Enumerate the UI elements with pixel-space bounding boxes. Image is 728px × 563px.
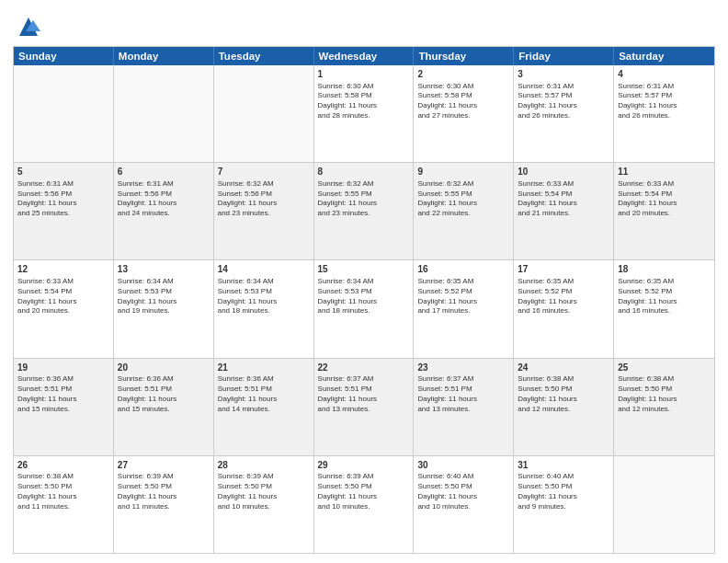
day-cell: 21Sunrise: 6:36 AMSunset: 5:51 PMDayligh… <box>214 359 314 455</box>
cell-info-line: and 13 minutes. <box>318 405 410 415</box>
cell-info-line: and 27 minutes. <box>417 111 509 121</box>
day-number: 13 <box>118 263 210 276</box>
day-cell: 12Sunrise: 6:33 AMSunset: 5:54 PMDayligh… <box>14 260 114 357</box>
page: SundayMondayTuesdayWednesdayThursdayFrid… <box>0 0 728 563</box>
cell-info-line: and 28 minutes. <box>318 111 410 121</box>
cell-info-line: Sunrise: 6:35 AM <box>518 277 609 287</box>
cell-info-line: Daylight: 11 hours <box>318 199 410 209</box>
day-number: 8 <box>318 166 410 178</box>
cell-info-line: Daylight: 11 hours <box>618 297 711 307</box>
cell-info-line: Sunset: 5:56 PM <box>17 190 109 200</box>
day-cell: 28Sunrise: 6:39 AMSunset: 5:50 PMDayligh… <box>214 456 314 553</box>
cell-info-line: Daylight: 11 hours <box>318 395 410 405</box>
cell-info-line: Daylight: 11 hours <box>518 297 609 307</box>
day-cell: 13Sunrise: 6:34 AMSunset: 5:53 PMDayligh… <box>114 260 214 357</box>
day-cell: 17Sunrise: 6:35 AMSunset: 5:52 PMDayligh… <box>514 260 614 357</box>
cell-info-line: Sunrise: 6:33 AM <box>518 179 609 190</box>
cell-info-line: Sunset: 5:52 PM <box>518 287 609 297</box>
cell-info-line: Sunset: 5:56 PM <box>218 190 310 200</box>
day-number: 17 <box>518 263 609 276</box>
cell-info-line: Sunrise: 6:32 AM <box>218 179 310 190</box>
cell-info-line: and 20 minutes. <box>17 306 109 316</box>
cell-info-line: and 11 minutes. <box>17 502 109 512</box>
weekday-header: Tuesday <box>214 47 314 65</box>
cell-info-line: Sunrise: 6:31 AM <box>17 179 109 190</box>
day-number: 10 <box>518 166 609 178</box>
cell-info-line: and 14 minutes. <box>218 405 310 415</box>
calendar-row: 19Sunrise: 6:36 AMSunset: 5:51 PMDayligh… <box>14 358 714 455</box>
day-number: 31 <box>518 459 609 472</box>
cell-info-line: Sunset: 5:51 PM <box>417 385 509 395</box>
calendar-row: 5Sunrise: 6:31 AMSunset: 5:56 PMDaylight… <box>14 162 714 259</box>
cell-info-line: and 15 minutes. <box>17 405 109 415</box>
cell-info-line: and 16 minutes. <box>618 306 711 316</box>
day-number: 23 <box>417 362 509 374</box>
weekday-header: Thursday <box>414 47 514 65</box>
calendar-row: 1Sunrise: 6:30 AMSunset: 5:58 PMDaylight… <box>14 65 714 162</box>
cell-info-line: Sunset: 5:53 PM <box>118 287 210 297</box>
day-number: 3 <box>518 68 609 81</box>
day-number: 18 <box>618 263 711 276</box>
day-number: 26 <box>17 459 109 472</box>
day-cell: 8Sunrise: 6:32 AMSunset: 5:55 PMDaylight… <box>314 163 415 259</box>
cell-info-line: Sunset: 5:52 PM <box>618 287 711 297</box>
day-number: 25 <box>618 362 711 374</box>
cell-info-line: Sunset: 5:57 PM <box>618 91 711 101</box>
cell-info-line: Sunset: 5:50 PM <box>417 482 509 492</box>
cell-info-line: Sunrise: 6:34 AM <box>218 277 310 287</box>
cell-info-line: Daylight: 11 hours <box>118 199 210 209</box>
cell-info-line: Daylight: 11 hours <box>518 101 609 111</box>
day-cell: 22Sunrise: 6:37 AMSunset: 5:51 PMDayligh… <box>314 359 415 455</box>
day-cell: 18Sunrise: 6:35 AMSunset: 5:52 PMDayligh… <box>614 260 714 357</box>
cell-info-line: Sunrise: 6:39 AM <box>118 472 210 482</box>
logo <box>13 13 42 40</box>
cell-info-line: Daylight: 11 hours <box>17 492 109 502</box>
cell-info-line: Sunrise: 6:32 AM <box>417 179 509 190</box>
empty-cell <box>614 456 714 553</box>
day-cell: 5Sunrise: 6:31 AMSunset: 5:56 PMDaylight… <box>14 163 114 259</box>
header <box>13 9 715 40</box>
cell-info-line: Sunset: 5:50 PM <box>318 482 410 492</box>
day-cell: 2Sunrise: 6:30 AMSunset: 5:58 PMDaylight… <box>414 65 514 162</box>
cell-info-line: Sunset: 5:54 PM <box>518 190 609 200</box>
cell-info-line: Sunset: 5:56 PM <box>118 190 210 200</box>
cell-info-line: Daylight: 11 hours <box>518 492 609 502</box>
day-number: 9 <box>417 166 509 178</box>
cell-info-line: Sunrise: 6:37 AM <box>417 374 509 385</box>
day-cell: 16Sunrise: 6:35 AMSunset: 5:52 PMDayligh… <box>414 260 514 357</box>
day-number: 21 <box>218 362 310 374</box>
cell-info-line: Sunset: 5:50 PM <box>618 385 711 395</box>
day-number: 2 <box>417 68 509 81</box>
cell-info-line: Sunset: 5:50 PM <box>118 482 210 492</box>
cell-info-line: Daylight: 11 hours <box>618 101 711 111</box>
cell-info-line: and 10 minutes. <box>318 502 410 512</box>
day-number: 19 <box>17 362 109 374</box>
cell-info-line: Daylight: 11 hours <box>318 492 410 502</box>
cell-info-line: Sunrise: 6:34 AM <box>318 277 410 287</box>
cell-info-line: Sunset: 5:50 PM <box>17 482 109 492</box>
cell-info-line: Daylight: 11 hours <box>118 492 210 502</box>
cell-info-line: and 25 minutes. <box>17 209 109 219</box>
cell-info-line: and 20 minutes. <box>618 209 711 219</box>
calendar-body: 1Sunrise: 6:30 AMSunset: 5:58 PMDaylight… <box>14 65 714 553</box>
day-number: 28 <box>218 459 310 472</box>
cell-info-line: Sunset: 5:51 PM <box>118 385 210 395</box>
day-number: 20 <box>118 362 210 374</box>
cell-info-line: Sunset: 5:57 PM <box>518 91 609 101</box>
cell-info-line: Sunrise: 6:36 AM <box>218 374 310 385</box>
cell-info-line: Sunrise: 6:39 AM <box>318 472 410 482</box>
empty-cell <box>14 65 114 162</box>
cell-info-line: and 10 minutes. <box>417 502 509 512</box>
day-number: 7 <box>218 166 310 178</box>
day-cell: 1Sunrise: 6:30 AMSunset: 5:58 PMDaylight… <box>314 65 415 162</box>
cell-info-line: Sunset: 5:50 PM <box>518 385 609 395</box>
cell-info-line: Daylight: 11 hours <box>518 395 609 405</box>
cell-info-line: and 23 minutes. <box>218 209 310 219</box>
day-cell: 10Sunrise: 6:33 AMSunset: 5:54 PMDayligh… <box>514 163 614 259</box>
day-cell: 23Sunrise: 6:37 AMSunset: 5:51 PMDayligh… <box>414 359 514 455</box>
day-number: 5 <box>17 166 109 178</box>
empty-cell <box>114 65 214 162</box>
cell-info-line: Sunset: 5:53 PM <box>218 287 310 297</box>
cell-info-line: Daylight: 11 hours <box>118 297 210 307</box>
day-number: 30 <box>417 459 509 472</box>
